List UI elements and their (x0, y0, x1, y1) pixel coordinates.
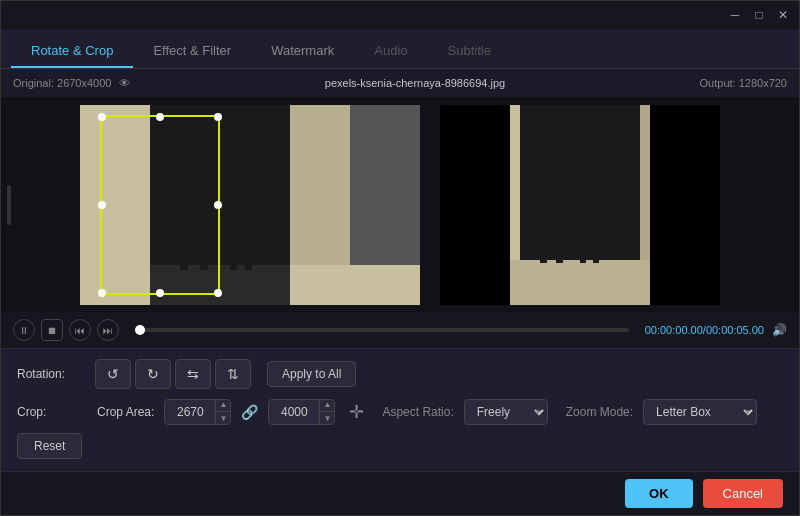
crop-height-spinners: ▲ ▼ (319, 399, 334, 425)
rotation-row: Rotation: ↺ ↻ ⇆ ⇅ Apply to All (17, 359, 783, 389)
svg-rect-12 (245, 253, 252, 270)
output-size-label: Output: 1280x720 (700, 77, 787, 89)
crop-width-up[interactable]: ▲ (216, 399, 230, 412)
original-size-label: Original: 2670x4000 (13, 77, 111, 89)
controls-area: Rotation: ↺ ↻ ⇆ ⇅ Apply to All Crop: Cro… (1, 348, 799, 471)
crop-height-up[interactable]: ▲ (320, 399, 334, 412)
prev-frame-button[interactable]: ⏮ (69, 319, 91, 341)
next-frame-button[interactable]: ⏭ (97, 319, 119, 341)
zoom-mode-select[interactable]: Letter Box Pan & Scan Full (643, 399, 757, 425)
tab-bar: Rotate & Crop Effect & Filter Watermark … (1, 29, 799, 69)
svg-rect-24 (539, 239, 565, 247)
rotate-ccw-button[interactable]: ↺ (95, 359, 131, 389)
preview-left (80, 105, 420, 305)
bottom-bar: OK Cancel (1, 471, 799, 515)
main-window: ─ □ ✕ Rotate & Crop Effect & Filter Wate… (0, 0, 800, 516)
filename-label: pexels-ksenia-chernaya-8986694.jpg (138, 77, 691, 89)
volume-icon[interactable]: 🔊 (772, 323, 787, 337)
tab-audio[interactable]: Audio (354, 35, 427, 68)
crop-area-label: Crop Area: (97, 405, 154, 419)
apply-all-button[interactable]: Apply to All (267, 361, 356, 387)
rotation-buttons: ↺ ↻ ⇆ ⇅ (95, 359, 251, 389)
reset-row: Reset (17, 433, 783, 459)
crop-width-down[interactable]: ▼ (216, 412, 230, 425)
svg-rect-26 (593, 248, 599, 263)
reset-button[interactable]: Reset (17, 433, 82, 459)
timeline-thumb (135, 325, 145, 335)
svg-rect-3 (150, 105, 290, 265)
playback-controls: ⏸ ⏹ ⏮ ⏭ (13, 319, 119, 341)
timeline-slider[interactable] (135, 328, 629, 332)
svg-rect-21 (510, 260, 650, 305)
ok-button[interactable]: OK (625, 479, 693, 508)
crop-center-icon[interactable]: ✛ (349, 401, 364, 423)
flip-vertical-button[interactable]: ⇅ (215, 359, 251, 389)
zoom-mode-select-wrapper: Letter Box Pan & Scan Full (643, 399, 757, 425)
output-image-svg (440, 105, 720, 305)
timeline-bar: ⏸ ⏹ ⏮ ⏭ 00:00:00.00/00:00:05.00 🔊 (1, 312, 799, 348)
flip-horizontal-button[interactable]: ⇆ (175, 359, 211, 389)
crop-label: Crop: (17, 405, 87, 419)
svg-rect-23 (556, 245, 563, 263)
svg-rect-22 (540, 245, 547, 263)
source-image-svg (80, 105, 420, 305)
timeline-time: 00:00:00.00/00:00:05.00 (645, 324, 764, 336)
output-preview (440, 105, 720, 305)
crop-width-input-group: ▲ ▼ (164, 399, 231, 425)
close-button[interactable]: ✕ (775, 7, 791, 23)
side-handle (7, 185, 11, 225)
svg-rect-10 (180, 245, 210, 253)
preview-container (1, 97, 799, 312)
svg-rect-6 (80, 105, 150, 265)
svg-rect-17 (520, 105, 640, 260)
link-dimensions-icon[interactable]: 🔗 (241, 404, 258, 420)
maximize-button[interactable]: □ (751, 7, 767, 23)
crop-width-spinners: ▲ ▼ (215, 399, 230, 425)
crop-height-input[interactable] (269, 405, 319, 419)
preview-area (1, 97, 799, 312)
svg-rect-5 (150, 265, 290, 305)
title-bar: ─ □ ✕ (1, 1, 799, 29)
stop-button[interactable]: ⏹ (41, 319, 63, 341)
svg-rect-25 (580, 248, 586, 263)
aspect-ratio-label: Aspect Ratio: (382, 405, 453, 419)
svg-rect-11 (230, 253, 237, 270)
info-bar: Original: 2670x4000 👁 pexels-ksenia-cher… (1, 69, 799, 97)
svg-rect-20 (640, 105, 650, 260)
tab-subtitle[interactable]: Subtitle (428, 35, 511, 68)
crop-width-input[interactable] (165, 405, 215, 419)
svg-rect-13 (228, 248, 254, 255)
minimize-button[interactable]: ─ (727, 7, 743, 23)
aspect-ratio-select-wrapper: Freely 16:9 4:3 1:1 9:16 (464, 399, 548, 425)
rotation-label: Rotation: (17, 367, 87, 381)
tab-effect-filter[interactable]: Effect & Filter (133, 35, 251, 68)
svg-rect-7 (290, 105, 350, 265)
tab-watermark[interactable]: Watermark (251, 35, 354, 68)
cancel-button[interactable]: Cancel (703, 479, 783, 508)
crop-row: Crop: Crop Area: ▲ ▼ 🔗 ▲ ▼ ✛ Aspect Rati… (17, 399, 783, 425)
svg-rect-19 (510, 105, 520, 260)
crop-height-input-group: ▲ ▼ (268, 399, 335, 425)
preview-right (440, 105, 720, 305)
aspect-ratio-select[interactable]: Freely 16:9 4:3 1:1 9:16 (464, 399, 548, 425)
crop-height-down[interactable]: ▼ (320, 412, 334, 425)
tab-rotate-crop[interactable]: Rotate & Crop (11, 35, 133, 68)
svg-rect-27 (578, 242, 601, 249)
visibility-icon[interactable]: 👁 (119, 77, 130, 89)
rotate-cw-button[interactable]: ↻ (135, 359, 171, 389)
zoom-mode-label: Zoom Mode: (566, 405, 633, 419)
source-image (80, 105, 420, 305)
pause-button[interactable]: ⏸ (13, 319, 35, 341)
